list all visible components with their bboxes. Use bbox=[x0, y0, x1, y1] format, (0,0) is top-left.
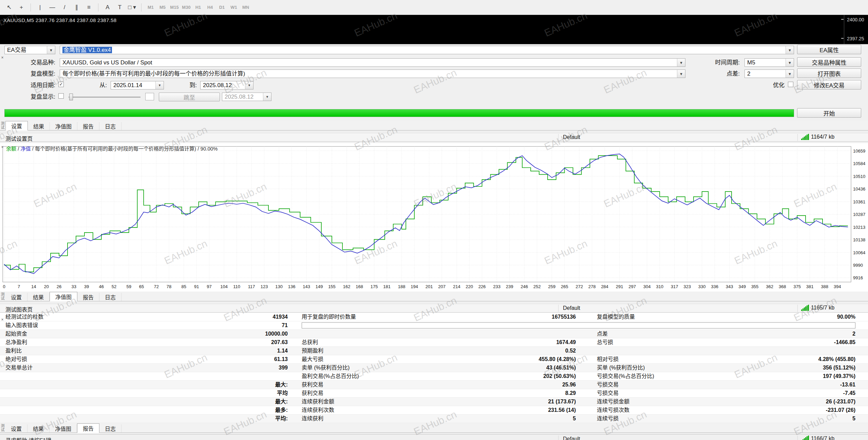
timeframe-button-w1[interactable]: W1 bbox=[228, 3, 240, 12]
toolbar: ↖+|—/∥≡AT□ ▾ M1M5M15M30H1H4D1W1MN bbox=[0, 0, 868, 15]
svg-text:330: 330 bbox=[698, 284, 706, 289]
model-select[interactable]: 每个即时价格(基于所有可利用的最小时段的每一个价格的分形插值计算)▼ bbox=[60, 69, 685, 78]
report-row: 最大:连续获利金额21 (173.67)连续亏损金额26 (-231.07) bbox=[0, 398, 868, 406]
modify-ea-button[interactable]: 修改EA交易 bbox=[797, 80, 861, 89]
chevron-down-icon[interactable]: ▼ bbox=[786, 46, 794, 54]
optimize-checkbox[interactable] bbox=[788, 82, 793, 87]
calendar-dropdown-icon[interactable]: ▾ bbox=[155, 81, 164, 89]
report-value: -1466.85 bbox=[834, 338, 855, 346]
chevron-down-icon[interactable]: ▼ bbox=[786, 59, 794, 66]
svg-text:7: 7 bbox=[18, 284, 20, 289]
timeframe-button-m15[interactable]: M15 bbox=[169, 3, 180, 12]
panel-grip[interactable]: 测试 bbox=[0, 424, 5, 439]
timeframe-button-h1[interactable]: H1 bbox=[192, 3, 204, 12]
tab-report[interactable]: 报告 bbox=[77, 293, 99, 301]
tab-graph[interactable]: 净值图 bbox=[50, 292, 77, 301]
vline-icon[interactable]: | bbox=[34, 2, 46, 13]
tester-type-select[interactable]: EA交易▼ bbox=[4, 46, 55, 54]
report-row: 绝对亏损61.13最大亏损455.80 (4.28%)相对亏损4.28% (45… bbox=[0, 355, 868, 364]
to-date-picker[interactable]: 2025.08.12▾ bbox=[200, 81, 253, 89]
chevron-down-icon[interactable]: ▼ bbox=[677, 70, 685, 78]
calendar-dropdown-icon[interactable]: ▾ bbox=[263, 93, 271, 101]
shapes-icon[interactable]: □ ▾ bbox=[126, 2, 138, 13]
fibo-icon[interactable]: ≡ bbox=[83, 2, 95, 13]
symbol-select[interactable]: XAUUSD, Gold vs US Dollar / Spot▼ bbox=[60, 58, 685, 67]
trendline-icon[interactable]: / bbox=[59, 2, 70, 13]
tab-settings[interactable]: 设置 bbox=[5, 293, 27, 301]
tab-settings[interactable]: 设置 bbox=[5, 121, 28, 131]
close-icon[interactable]: × bbox=[0, 56, 4, 60]
report-value: 21 (173.67) bbox=[548, 398, 576, 406]
report-row: 经测试过的柱数41934用于复盘的即时价数量16755136复盘模型的质量90.… bbox=[0, 313, 868, 321]
tester-tab-row-graph: 设置结果净值图报告日志 bbox=[0, 292, 868, 301]
chevron-down-icon[interactable]: ▼ bbox=[786, 70, 794, 78]
report-value: 26 (-231.07) bbox=[826, 398, 855, 406]
visual-mode-checkbox[interactable] bbox=[58, 93, 64, 99]
ea-select[interactable]: 金鹰智盈 V1.0.ex4 ▼ bbox=[60, 46, 794, 54]
report-value: 197 (49.37%) bbox=[823, 372, 855, 380]
report-label: 交易单总计 bbox=[5, 364, 33, 372]
tab-results[interactable]: 结果 bbox=[27, 293, 50, 301]
svg-text:10064: 10064 bbox=[853, 250, 865, 255]
tab-report[interactable]: 报告 bbox=[77, 423, 99, 433]
tab-report[interactable]: 报告 bbox=[77, 122, 99, 130]
timeframe-button-m5[interactable]: M5 bbox=[157, 3, 168, 12]
tab-results[interactable]: 结果 bbox=[27, 424, 50, 433]
price-chart[interactable]: XAUUSD,M5 2387.76 2387.84 2387.08 2387.5… bbox=[0, 15, 868, 44]
ea-properties-button[interactable]: EA属性 bbox=[797, 45, 861, 54]
open-chart-button[interactable]: 打开图表 bbox=[797, 68, 861, 78]
tab-settings[interactable]: 设置 bbox=[5, 424, 27, 433]
svg-text:194: 194 bbox=[411, 284, 418, 289]
spread-select[interactable]: 2▼ bbox=[744, 69, 794, 78]
timeframe-button-mn[interactable]: MN bbox=[240, 3, 251, 12]
tab-graph[interactable]: 净值图 bbox=[50, 122, 77, 130]
panel-grip[interactable]: 测试 bbox=[0, 292, 5, 311]
equity-graph-panel[interactable]: 余额 / 净值 / 每个即时价格(基于所有可利用的最小时段的每一个价格的分形插值… bbox=[0, 143, 868, 292]
report-value: 1.14 bbox=[277, 347, 288, 355]
skip-to-button[interactable]: 跳至 bbox=[159, 93, 220, 101]
symbol-properties-button[interactable]: 交易品种属性 bbox=[797, 57, 861, 67]
svg-text:46: 46 bbox=[99, 284, 103, 289]
visual-mode-label: 复盘显示: bbox=[4, 93, 55, 101]
period-select[interactable]: M5▼ bbox=[744, 58, 794, 67]
svg-text:239: 239 bbox=[506, 284, 513, 289]
chevron-down-icon[interactable]: ▼ bbox=[47, 46, 55, 54]
skip-to-date-picker[interactable]: 2025.08.12▾ bbox=[222, 93, 271, 101]
report-value: 16755136 bbox=[552, 313, 576, 321]
close-icon[interactable]: × bbox=[0, 318, 4, 322]
price-scale-separator bbox=[844, 15, 844, 44]
report-label: 盈利比 bbox=[5, 347, 22, 355]
calendar-dropdown-icon[interactable]: ▾ bbox=[245, 81, 253, 89]
tab-journal[interactable]: 日志 bbox=[99, 293, 121, 301]
timeframe-button-h4[interactable]: H4 bbox=[204, 3, 216, 12]
tab-journal[interactable]: 日志 bbox=[99, 424, 121, 433]
from-date-picker[interactable]: 2025.01.14▾ bbox=[111, 81, 164, 89]
speed-slider[interactable] bbox=[69, 97, 140, 98]
optimize-label: 优化 bbox=[760, 81, 785, 89]
use-dates-checkbox[interactable]: ✓ bbox=[58, 82, 64, 87]
close-icon[interactable]: × bbox=[0, 145, 4, 150]
legend-model: 每个即时价格(基于所有可利用的最小时段的每一个价格的分形插值计算) bbox=[35, 146, 196, 152]
panel-grip[interactable]: 测试 bbox=[0, 121, 5, 140]
to-label: 到: bbox=[171, 81, 197, 89]
svg-text:162: 162 bbox=[343, 284, 351, 289]
tab-results[interactable]: 结果 bbox=[28, 122, 50, 130]
chevron-down-icon[interactable]: ▼ bbox=[677, 59, 685, 66]
timeframe-button-d1[interactable]: D1 bbox=[216, 3, 228, 12]
hline-icon[interactable]: — bbox=[46, 2, 58, 13]
cursor-icon[interactable]: ↖ bbox=[3, 2, 15, 13]
svg-text:10138: 10138 bbox=[853, 237, 865, 242]
speed-slider-thumb[interactable] bbox=[69, 94, 73, 100]
text-icon[interactable]: A bbox=[102, 2, 113, 13]
tab-journal[interactable]: 日志 bbox=[99, 122, 121, 130]
svg-text:252: 252 bbox=[533, 284, 541, 289]
crosshair-icon[interactable]: + bbox=[16, 2, 27, 13]
timeframe-button-m30[interactable]: M30 bbox=[181, 3, 192, 12]
start-button[interactable]: 开始 bbox=[797, 108, 861, 118]
tab-graph[interactable]: 净值图 bbox=[50, 424, 77, 433]
svg-text:336: 336 bbox=[711, 284, 718, 289]
channel-icon[interactable]: ∥ bbox=[71, 2, 82, 13]
timeframe-button-m1[interactable]: M1 bbox=[145, 3, 156, 12]
svg-text:349: 349 bbox=[738, 284, 746, 289]
label-icon[interactable]: T bbox=[114, 2, 126, 13]
